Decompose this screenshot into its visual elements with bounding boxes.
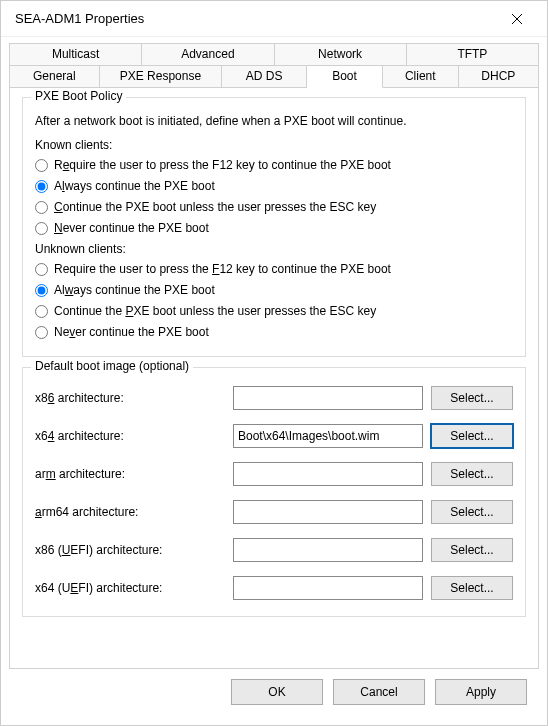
boot-arch-select-button-0[interactable]: Select... [431, 386, 513, 410]
tab-client[interactable]: Client [383, 65, 459, 88]
unknown-require-label: Require the user to press the F12 key to… [54, 262, 391, 276]
default-boot-image-title: Default boot image (optional) [31, 359, 193, 373]
boot-arch-select-button-3[interactable]: Select... [431, 500, 513, 524]
boot-arch-select-button-1[interactable]: Select... [431, 424, 513, 448]
dialog-body: MulticastAdvancedNetworkTFTP GeneralPXE … [1, 37, 547, 725]
boot-arch-select-button-5[interactable]: Select... [431, 576, 513, 600]
boot-arch-label-0: x86 architecture: [35, 391, 225, 405]
unknown-never-label: Never continue the PXE boot [54, 325, 209, 339]
tab-tftp[interactable]: TFTP [407, 43, 539, 65]
tab-content-boot: PXE Boot Policy After a network boot is … [9, 87, 539, 669]
tab-boot[interactable]: Boot [307, 65, 383, 88]
pxe-boot-policy-group: PXE Boot Policy After a network boot is … [22, 97, 526, 357]
tab-advanced[interactable]: Advanced [142, 43, 274, 65]
unknown-require-radio[interactable] [35, 263, 48, 276]
boot-arch-label-1: x64 architecture: [35, 429, 225, 443]
unknown-never-radio[interactable] [35, 326, 48, 339]
unknown-unless-radio[interactable] [35, 305, 48, 318]
unknown-always-radio[interactable] [35, 284, 48, 297]
pxe-boot-policy-title: PXE Boot Policy [31, 89, 126, 103]
tab-dhcp[interactable]: DHCP [459, 65, 539, 88]
unknown-always-row[interactable]: Always continue the PXE boot [35, 283, 513, 297]
known-always-radio[interactable] [35, 180, 48, 193]
known-always-row[interactable]: Always continue the PXE boot [35, 179, 513, 193]
known-clients-label: Known clients: [35, 138, 513, 152]
unknown-never-row[interactable]: Never continue the PXE boot [35, 325, 513, 339]
tab-general[interactable]: General [9, 65, 100, 88]
properties-window: SEA-ADM1 Properties MulticastAdvancedNet… [0, 0, 548, 726]
tab-strip: MulticastAdvancedNetworkTFTP GeneralPXE … [9, 43, 539, 88]
boot-arch-select-button-4[interactable]: Select... [431, 538, 513, 562]
boot-arch-input-4[interactable] [233, 538, 423, 562]
known-always-label: Always continue the PXE boot [54, 179, 215, 193]
known-unless-radio[interactable] [35, 201, 48, 214]
known-unless-row[interactable]: Continue the PXE boot unless the user pr… [35, 200, 513, 214]
boot-arch-input-3[interactable] [233, 500, 423, 524]
cancel-button[interactable]: Cancel [333, 679, 425, 705]
known-require-radio[interactable] [35, 159, 48, 172]
boot-arch-input-0[interactable] [233, 386, 423, 410]
unknown-require-row[interactable]: Require the user to press the F12 key to… [35, 262, 513, 276]
close-icon [511, 13, 523, 25]
boot-arch-input-1[interactable] [233, 424, 423, 448]
boot-arch-input-2[interactable] [233, 462, 423, 486]
known-unless-label: Continue the PXE boot unless the user pr… [54, 200, 376, 214]
tab-multicast[interactable]: Multicast [9, 43, 142, 65]
known-never-row[interactable]: Never continue the PXE boot [35, 221, 513, 235]
close-button[interactable] [499, 5, 535, 33]
ok-button[interactable]: OK [231, 679, 323, 705]
dialog-footer: OK Cancel Apply [9, 669, 539, 717]
default-boot-image-group: Default boot image (optional) x86 archit… [22, 367, 526, 617]
unknown-always-label: Always continue the PXE boot [54, 283, 215, 297]
known-never-label: Never continue the PXE boot [54, 221, 209, 235]
tab-network[interactable]: Network [275, 43, 407, 65]
known-require-row[interactable]: Require the user to press the F12 key to… [35, 158, 513, 172]
boot-arch-label-4: x86 (UEFI) architecture: [35, 543, 225, 557]
pxe-boot-policy-description: After a network boot is initiated, defin… [35, 114, 513, 128]
window-title: SEA-ADM1 Properties [15, 11, 144, 26]
apply-button[interactable]: Apply [435, 679, 527, 705]
unknown-unless-row[interactable]: Continue the PXE boot unless the user pr… [35, 304, 513, 318]
tab-pxe-response[interactable]: PXE Response [100, 65, 222, 88]
tab-ad-ds[interactable]: AD DS [222, 65, 307, 88]
boot-arch-select-button-2[interactable]: Select... [431, 462, 513, 486]
unknown-clients-label: Unknown clients: [35, 242, 513, 256]
known-never-radio[interactable] [35, 222, 48, 235]
known-require-label: Require the user to press the F12 key to… [54, 158, 391, 172]
boot-arch-label-5: x64 (UEFI) architecture: [35, 581, 225, 595]
boot-arch-label-3: arm64 architecture: [35, 505, 225, 519]
titlebar: SEA-ADM1 Properties [1, 1, 547, 37]
boot-arch-label-2: arm architecture: [35, 467, 225, 481]
unknown-unless-label: Continue the PXE boot unless the user pr… [54, 304, 376, 318]
boot-arch-input-5[interactable] [233, 576, 423, 600]
